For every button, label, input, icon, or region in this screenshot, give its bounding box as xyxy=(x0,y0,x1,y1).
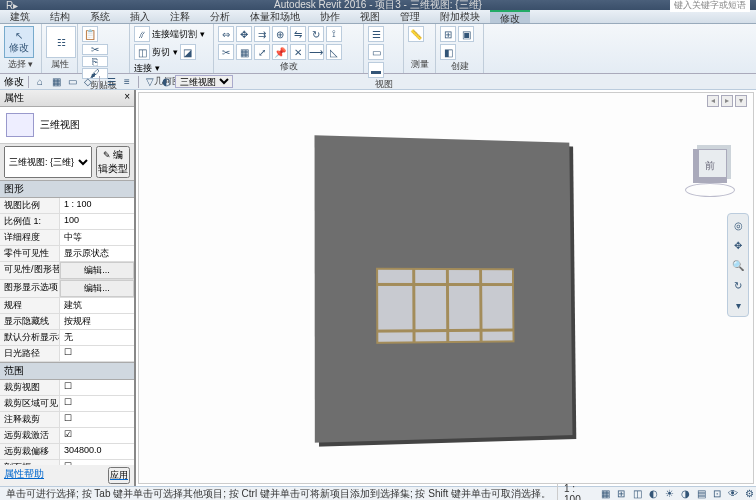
cat-graphics[interactable]: 图形 xyxy=(0,180,134,198)
zoom-icon[interactable]: 🔍 xyxy=(730,257,746,273)
tab-annot[interactable]: 注释 xyxy=(160,10,200,23)
val-scaleval[interactable]: 100 xyxy=(60,214,134,229)
trim-button[interactable]: ⟟ xyxy=(326,26,342,42)
offset-button[interactable]: ⇉ xyxy=(254,26,270,42)
sb-detail-icon[interactable]: ◫ xyxy=(630,488,644,500)
doc-title: 项目3 - 三维视图: {三维} xyxy=(375,0,482,10)
sb-render-icon[interactable]: ▤ xyxy=(694,488,708,500)
filter-icon[interactable]: ▽ xyxy=(143,75,157,89)
cube-menu-icon[interactable]: ▾ xyxy=(730,297,746,313)
thin-icon[interactable]: ≡ xyxy=(120,75,134,89)
3d-icon[interactable]: ◇ xyxy=(81,75,95,89)
rotate-button[interactable]: ↻ xyxy=(308,26,324,42)
properties-button[interactable]: ☷ xyxy=(46,26,76,58)
pin-button[interactable]: 📌 xyxy=(272,44,288,60)
apply-button[interactable]: 应用 xyxy=(108,467,130,484)
status-zoom[interactable]: 1 : 100 xyxy=(557,483,594,501)
measure-button[interactable]: 📏 xyxy=(408,26,424,42)
val-annotcrop[interactable]: ☐ xyxy=(60,412,134,427)
scroll-left-icon[interactable]: ◂ xyxy=(707,95,719,107)
home-icon[interactable]: ⌂ xyxy=(33,75,47,89)
sb-hide-icon[interactable]: 👁 xyxy=(726,488,740,500)
val-sun[interactable]: ☐ xyxy=(60,346,134,361)
wheel-icon[interactable]: ◎ xyxy=(730,217,746,233)
sb-style-icon[interactable]: ◐ xyxy=(646,488,660,500)
ribbon-tabs: 建筑 结构 系统 插入 注释 分析 体量和场地 协作 视图 管理 附加模块 修改 xyxy=(0,10,756,24)
tab-insert[interactable]: 插入 xyxy=(120,10,160,23)
delete-button[interactable]: ✕ xyxy=(290,44,306,60)
move-button[interactable]: ✥ xyxy=(236,26,252,42)
sb-crop-icon[interactable]: ⊡ xyxy=(710,488,724,500)
extend-button[interactable]: ⟶ xyxy=(308,44,324,60)
wire-icon[interactable]: ☰ xyxy=(104,75,118,89)
hide-button[interactable]: ☰ xyxy=(368,26,384,42)
val-farclip[interactable]: ☑ xyxy=(60,428,134,443)
val-detail[interactable]: 中等 xyxy=(60,230,134,245)
sb-shadow-icon[interactable]: ◑ xyxy=(678,488,692,500)
val-disc[interactable]: 建筑 xyxy=(60,298,134,313)
val-hidden[interactable]: 按规程 xyxy=(60,314,134,329)
scroll-menu-icon[interactable]: ▾ xyxy=(735,95,747,107)
tab-sys[interactable]: 系统 xyxy=(80,10,120,23)
viewcube-face[interactable]: 前 xyxy=(693,149,727,183)
create-assembly-button[interactable]: ◧ xyxy=(440,44,456,60)
val-scale[interactable]: 1 : 100 xyxy=(60,198,134,213)
corner-button[interactable]: ◺ xyxy=(326,44,342,60)
paste-button[interactable]: 📋 xyxy=(82,26,98,42)
viewport-3d[interactable]: ◂ ▸ ▾ 前 ◎ ✥ 🔍 ↻ ▾ xyxy=(138,92,754,484)
sb-model-icon[interactable]: ▦ xyxy=(598,488,612,500)
close-icon[interactable]: × xyxy=(124,91,130,105)
cursor-icon: ↖ xyxy=(15,30,23,41)
window-element[interactable] xyxy=(376,268,514,344)
tab-struct[interactable]: 结构 xyxy=(40,10,80,23)
scale-button[interactable]: ⤢ xyxy=(254,44,270,60)
tab-modify[interactable]: 修改 xyxy=(490,10,530,23)
cut-button[interactable]: ✂ xyxy=(82,44,108,55)
sb-reveal-icon[interactable]: ⚙ xyxy=(742,488,756,500)
pan-icon[interactable]: ✥ xyxy=(730,237,746,253)
override-button[interactable]: ▭ xyxy=(368,44,384,60)
type-name: 三维视图 xyxy=(40,118,80,132)
half-icon[interactable]: ◐ xyxy=(159,75,173,89)
create-group-button[interactable]: ▣ xyxy=(458,26,474,42)
group-props: 属性 xyxy=(46,58,73,71)
grid-icon[interactable]: ▦ xyxy=(49,75,63,89)
tab-analyze[interactable]: 分析 xyxy=(200,10,240,23)
search-input[interactable]: 键入关键字或短语 xyxy=(670,0,750,12)
copy-button[interactable]: ⎘ xyxy=(82,56,108,67)
cut-geom-button[interactable]: ◫ xyxy=(134,44,150,60)
view-selector[interactable]: 三维视图 xyxy=(175,75,233,88)
create-similar-button[interactable]: ⊞ xyxy=(440,26,456,42)
wall-element[interactable] xyxy=(315,135,573,443)
val-crop[interactable]: ☐ xyxy=(60,380,134,395)
btn-vg[interactable]: 编辑... xyxy=(60,262,134,279)
join-button[interactable]: ◪ xyxy=(180,44,196,60)
region-icon[interactable]: ▭ xyxy=(65,75,79,89)
viewcube[interactable]: 前 xyxy=(683,143,737,197)
help-link[interactable]: 属性帮助 xyxy=(4,467,44,484)
scroll-right-icon[interactable]: ▸ xyxy=(721,95,733,107)
val-parts[interactable]: 显示原状态 xyxy=(60,246,134,261)
align-button[interactable]: ⇔ xyxy=(218,26,234,42)
instance-selector[interactable]: 三维视图: {三维} xyxy=(4,146,92,178)
modify-button[interactable]: ↖修改 xyxy=(4,26,34,58)
sb-sun-icon[interactable]: ☀ xyxy=(662,488,676,500)
tab-arch[interactable]: 建筑 xyxy=(0,10,40,23)
copy-mod-button[interactable]: ⊕ xyxy=(272,26,288,42)
edit-type-button[interactable]: ✎ 编辑类型 xyxy=(96,146,130,178)
orbit-icon[interactable]: ↻ xyxy=(730,277,746,293)
linework-button[interactable]: ▬ xyxy=(368,62,384,78)
cope-button[interactable]: ⫽ xyxy=(134,26,150,42)
val-cropvis[interactable]: ☐ xyxy=(60,396,134,411)
val-analysis[interactable]: 无 xyxy=(60,330,134,345)
btn-gdo[interactable]: 编辑... xyxy=(60,280,134,297)
cat-scope[interactable]: 范围 xyxy=(0,362,134,380)
property-grid: 图形 视图比例1 : 100 比例值 1:100 详细程度中等 零件可见性显示原… xyxy=(0,180,134,465)
viewcube-compass[interactable] xyxy=(685,183,735,197)
split-button[interactable]: ✂ xyxy=(218,44,234,60)
mirror-button[interactable]: ⇋ xyxy=(290,26,306,42)
array-button[interactable]: ▦ xyxy=(236,44,252,60)
type-selector[interactable]: 三维视图 xyxy=(0,107,134,144)
sb-scale-icon[interactable]: ⊞ xyxy=(614,488,628,500)
val-faroff[interactable]: 304800.0 xyxy=(60,444,134,459)
